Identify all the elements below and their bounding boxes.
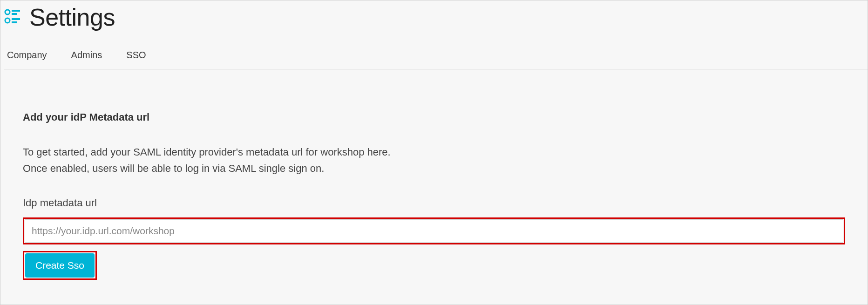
svg-rect-1	[12, 10, 20, 12]
button-highlight-wrapper: Create Sso	[23, 251, 97, 280]
header-row: Settings	[4, 5, 868, 29]
svg-point-0	[5, 10, 10, 14]
description: To get started, add your SAML identity p…	[23, 144, 845, 176]
settings-page: Settings Company Admins SSO Add your idP…	[0, 0, 868, 305]
tabs: Company Admins SSO	[4, 29, 868, 69]
header: Settings Company Admins SSO	[0, 0, 868, 69]
input-highlight-wrapper	[23, 217, 845, 244]
page-title: Settings	[29, 5, 115, 29]
app-icon	[4, 8, 21, 24]
idp-metadata-url-input[interactable]	[25, 219, 843, 243]
tab-company[interactable]: Company	[7, 50, 47, 61]
description-line-1: To get started, add your SAML identity p…	[23, 144, 845, 160]
section-heading: Add your idP Metadata url	[23, 111, 845, 123]
tab-admins[interactable]: Admins	[71, 50, 102, 61]
svg-rect-5	[12, 21, 17, 23]
idp-url-label: Idp metadata url	[23, 197, 845, 209]
content-panel: Add your idP Metadata url To get started…	[0, 69, 868, 298]
description-line-2: Once enabled, users will be able to log …	[23, 160, 845, 176]
svg-rect-2	[12, 13, 17, 15]
svg-rect-4	[12, 18, 20, 20]
svg-point-3	[5, 18, 10, 23]
create-sso-button[interactable]: Create Sso	[25, 253, 95, 278]
tab-sso[interactable]: SSO	[126, 50, 146, 61]
